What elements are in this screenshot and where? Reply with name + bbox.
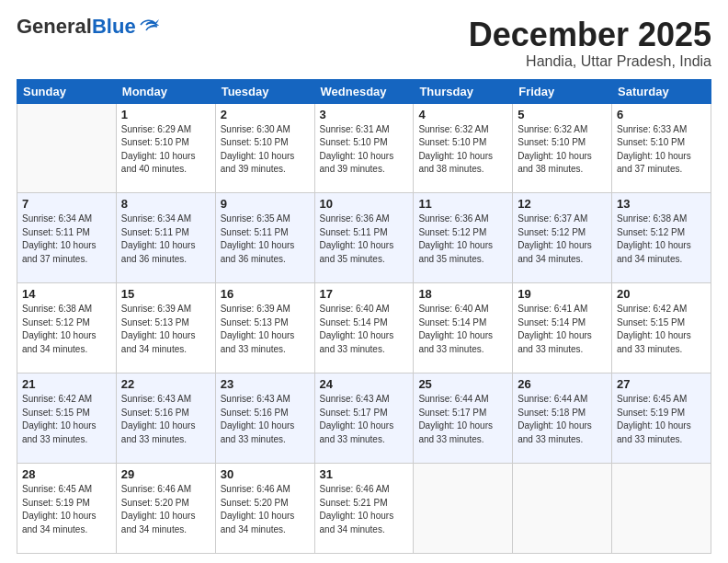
table-row: 17Sunrise: 6:40 AM Sunset: 5:14 PM Dayli… [314,283,414,373]
table-row: 23Sunrise: 6:43 AM Sunset: 5:16 PM Dayli… [215,373,314,464]
day-info: Sunrise: 6:31 AM Sunset: 5:10 PM Dayligh… [320,123,409,177]
table-row: 22Sunrise: 6:43 AM Sunset: 5:16 PM Dayli… [116,373,215,464]
table-row: 12Sunrise: 6:37 AM Sunset: 5:12 PM Dayli… [513,193,612,283]
day-info: Sunrise: 6:44 AM Sunset: 5:17 PM Dayligh… [418,393,507,446]
day-number: 27 [617,377,706,391]
col-friday: Friday [513,79,612,103]
day-number: 31 [320,467,409,481]
table-row: 5Sunrise: 6:32 AM Sunset: 5:10 PM Daylig… [513,103,612,193]
day-info: Sunrise: 6:41 AM Sunset: 5:14 PM Dayligh… [518,303,607,356]
day-info: Sunrise: 6:29 AM Sunset: 5:10 PM Dayligh… [121,123,210,177]
calendar-week-row: 7Sunrise: 6:34 AM Sunset: 5:11 PM Daylig… [17,193,711,283]
day-number: 23 [221,377,310,391]
day-info: Sunrise: 6:46 AM Sunset: 5:21 PM Dayligh… [320,483,409,536]
day-number: 11 [418,197,507,211]
page: GeneralBlue December 2025 Handia, Uttar … [0,0,728,563]
day-number: 30 [221,467,310,481]
day-number: 22 [121,377,210,391]
table-row: 13Sunrise: 6:38 AM Sunset: 5:12 PM Dayli… [612,193,711,283]
day-number: 24 [320,377,409,391]
table-row: 26Sunrise: 6:44 AM Sunset: 5:18 PM Dayli… [513,373,612,464]
col-thursday: Thursday [414,79,513,103]
day-info: Sunrise: 6:33 AM Sunset: 5:10 PM Dayligh… [617,123,706,177]
table-row: 1Sunrise: 6:29 AM Sunset: 5:10 PM Daylig… [116,103,215,193]
day-info: Sunrise: 6:32 AM Sunset: 5:10 PM Dayligh… [518,123,607,177]
day-number: 16 [221,287,310,301]
day-number: 29 [121,467,210,481]
day-info: Sunrise: 6:39 AM Sunset: 5:13 PM Dayligh… [121,303,210,356]
table-row: 24Sunrise: 6:43 AM Sunset: 5:17 PM Dayli… [314,373,414,464]
col-sunday: Sunday [17,79,117,103]
day-number: 17 [320,287,409,301]
calendar-week-row: 14Sunrise: 6:38 AM Sunset: 5:12 PM Dayli… [17,283,711,373]
day-number: 3 [320,108,409,121]
day-info: Sunrise: 6:30 AM Sunset: 5:10 PM Dayligh… [221,123,310,177]
table-row: 4Sunrise: 6:32 AM Sunset: 5:10 PM Daylig… [414,103,513,193]
subtitle: Handia, Uttar Pradesh, India [469,53,711,70]
calendar-table: Sunday Monday Tuesday Wednesday Thursday… [17,79,711,554]
table-row: 10Sunrise: 6:36 AM Sunset: 5:11 PM Dayli… [314,193,414,283]
day-number: 1 [121,108,210,121]
day-number: 13 [617,197,706,211]
day-info: Sunrise: 6:46 AM Sunset: 5:20 PM Dayligh… [121,483,210,536]
table-row: 6Sunrise: 6:33 AM Sunset: 5:10 PM Daylig… [612,103,711,193]
title-section: December 2025 Handia, Uttar Pradesh, Ind… [469,17,711,70]
table-row [612,464,711,554]
day-info: Sunrise: 6:42 AM Sunset: 5:15 PM Dayligh… [617,303,706,356]
table-row: 16Sunrise: 6:39 AM Sunset: 5:13 PM Dayli… [215,283,314,373]
day-number: 26 [518,377,607,391]
day-info: Sunrise: 6:42 AM Sunset: 5:15 PM Dayligh… [22,393,111,446]
header: GeneralBlue December 2025 Handia, Uttar … [17,17,711,70]
day-info: Sunrise: 6:39 AM Sunset: 5:13 PM Dayligh… [221,303,310,356]
logo-blue: Blue [92,15,136,38]
col-saturday: Saturday [612,79,711,103]
day-number: 18 [418,287,507,301]
day-number: 8 [121,197,210,211]
table-row: 9Sunrise: 6:35 AM Sunset: 5:11 PM Daylig… [215,193,314,283]
calendar-week-row: 1Sunrise: 6:29 AM Sunset: 5:10 PM Daylig… [17,103,711,193]
day-number: 21 [22,377,111,391]
day-number: 28 [22,467,111,481]
table-row [17,103,117,193]
day-info: Sunrise: 6:34 AM Sunset: 5:11 PM Dayligh… [121,213,210,266]
table-row: 18Sunrise: 6:40 AM Sunset: 5:14 PM Dayli… [414,283,513,373]
day-info: Sunrise: 6:43 AM Sunset: 5:16 PM Dayligh… [121,393,210,446]
day-info: Sunrise: 6:32 AM Sunset: 5:10 PM Dayligh… [418,123,507,177]
table-row: 8Sunrise: 6:34 AM Sunset: 5:11 PM Daylig… [116,193,215,283]
calendar-week-row: 21Sunrise: 6:42 AM Sunset: 5:15 PM Dayli… [17,373,711,464]
day-info: Sunrise: 6:40 AM Sunset: 5:14 PM Dayligh… [418,303,507,356]
day-info: Sunrise: 6:45 AM Sunset: 5:19 PM Dayligh… [22,483,111,536]
day-info: Sunrise: 6:40 AM Sunset: 5:14 PM Dayligh… [320,303,409,356]
col-wednesday: Wednesday [314,79,414,103]
day-info: Sunrise: 6:36 AM Sunset: 5:11 PM Dayligh… [320,213,409,266]
day-number: 15 [121,287,210,301]
table-row: 27Sunrise: 6:45 AM Sunset: 5:19 PM Dayli… [612,373,711,464]
day-info: Sunrise: 6:36 AM Sunset: 5:12 PM Dayligh… [418,213,507,266]
logo-text: GeneralBlue [17,17,136,37]
table-row: 3Sunrise: 6:31 AM Sunset: 5:10 PM Daylig… [314,103,414,193]
table-row [414,464,513,554]
logo-bird-icon [139,17,159,32]
table-row: 15Sunrise: 6:39 AM Sunset: 5:13 PM Dayli… [116,283,215,373]
day-number: 10 [320,197,409,211]
table-row: 25Sunrise: 6:44 AM Sunset: 5:17 PM Dayli… [414,373,513,464]
day-info: Sunrise: 6:37 AM Sunset: 5:12 PM Dayligh… [518,213,607,266]
month-title: December 2025 [469,17,711,53]
day-info: Sunrise: 6:38 AM Sunset: 5:12 PM Dayligh… [617,213,706,266]
day-number: 25 [418,377,507,391]
day-number: 6 [617,108,706,121]
col-tuesday: Tuesday [215,79,314,103]
table-row: 31Sunrise: 6:46 AM Sunset: 5:21 PM Dayli… [314,464,414,554]
calendar-week-row: 28Sunrise: 6:45 AM Sunset: 5:19 PM Dayli… [17,464,711,554]
table-row: 21Sunrise: 6:42 AM Sunset: 5:15 PM Dayli… [17,373,117,464]
table-row [513,464,612,554]
day-number: 7 [22,197,111,211]
day-info: Sunrise: 6:44 AM Sunset: 5:18 PM Dayligh… [518,393,607,446]
day-info: Sunrise: 6:45 AM Sunset: 5:19 PM Dayligh… [617,393,706,446]
day-number: 9 [221,197,310,211]
logo: GeneralBlue [17,17,159,37]
table-row: 19Sunrise: 6:41 AM Sunset: 5:14 PM Dayli… [513,283,612,373]
table-row: 7Sunrise: 6:34 AM Sunset: 5:11 PM Daylig… [17,193,117,283]
calendar-header-row: Sunday Monday Tuesday Wednesday Thursday… [17,79,711,103]
table-row: 20Sunrise: 6:42 AM Sunset: 5:15 PM Dayli… [612,283,711,373]
